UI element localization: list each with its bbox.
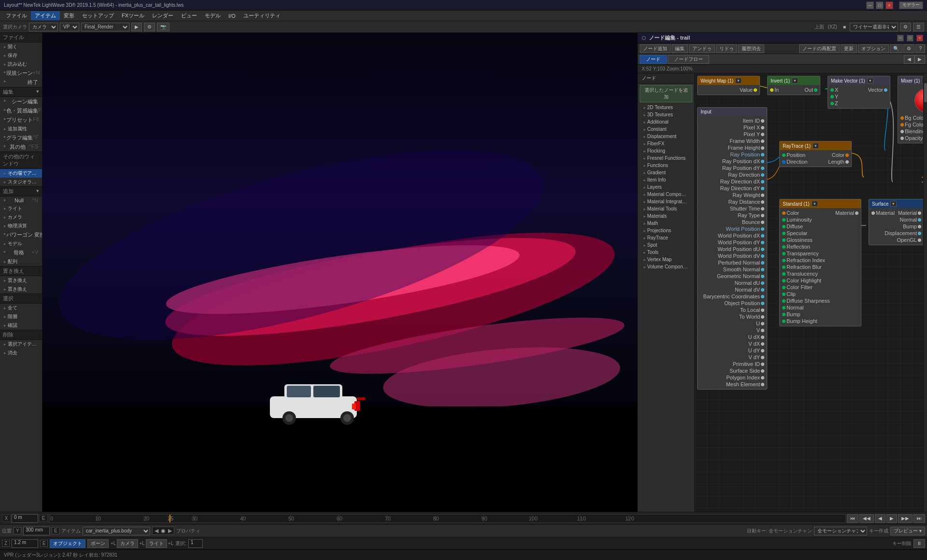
pause-btn[interactable]: ⏸ xyxy=(913,539,925,548)
replace1[interactable]: 置き換え xyxy=(0,276,42,285)
transport-forward[interactable]: ▶▶ xyxy=(898,514,913,523)
ne-options[interactable]: オプション xyxy=(858,44,889,53)
surf-normal-dot[interactable] xyxy=(918,218,921,222)
ne-item-functions[interactable]: Functions xyxy=(638,162,694,169)
ne-item-2dtex[interactable]: 2D Textures xyxy=(638,104,694,111)
studio-live[interactable]: スタジオライブ xyxy=(0,178,42,186)
std-glossiness-dot[interactable] xyxy=(782,238,786,242)
scene-edit[interactable]: シーン編集 xyxy=(0,97,42,106)
make-vector-dropdown[interactable]: ▾ xyxy=(867,78,873,84)
menu-setup[interactable]: セットアップ xyxy=(78,11,118,20)
std-bump-dot[interactable] xyxy=(782,313,786,316)
mixer-bgcolor-dot[interactable] xyxy=(900,116,904,120)
std-colorhl-dot[interactable] xyxy=(782,279,786,282)
render-btn[interactable]: ▶ xyxy=(131,23,142,31)
ne-help-icon[interactable]: ? xyxy=(915,44,925,53)
mv-x-dot[interactable] xyxy=(830,88,834,92)
transport-end[interactable]: ⏭ xyxy=(913,514,925,523)
mixer-node[interactable]: Mixer (1) ▾ Bg Color Color xyxy=(898,76,927,143)
ne-scroll-right[interactable]: ▶ xyxy=(914,55,925,64)
timeline-ruler[interactable]: 0 10 20 25 30 40 50 60 xyxy=(49,514,846,523)
vp-settings[interactable]: ⚙ xyxy=(900,23,911,31)
ne-item-projections[interactable]: Projections xyxy=(638,227,694,234)
mv-vector-dot[interactable] xyxy=(884,88,887,92)
std-reflection-dot[interactable] xyxy=(782,245,786,249)
close-btn[interactable]: × xyxy=(885,1,893,9)
menu-model[interactable]: モデル xyxy=(201,11,225,20)
ne-update[interactable]: 更新 xyxy=(841,44,857,53)
modeler-btn[interactable]: モデラー xyxy=(899,1,923,9)
sidebar-scene[interactable]: 現規シーン+N xyxy=(0,69,42,78)
ne-item-mattools[interactable]: Material Tools xyxy=(638,205,694,212)
ne-item-matint[interactable]: Material Integrators xyxy=(638,198,694,205)
weight-map-node[interactable]: Weight Map (1) ▾ Value xyxy=(697,76,760,95)
ne-redo[interactable]: リドゥ xyxy=(716,44,737,53)
raytrace-node[interactable]: RayTrace (1) ▾ Position Color xyxy=(779,141,852,167)
ne-item-spot[interactable]: Spot xyxy=(638,241,694,249)
ne-item-materials[interactable]: Materials xyxy=(638,212,694,220)
ne-minimize[interactable]: ─ xyxy=(897,35,904,42)
camera-select[interactable]: カメラ xyxy=(29,23,58,31)
vp-btn2[interactable]: ☰ xyxy=(913,23,924,31)
e-btn2[interactable]: E xyxy=(52,527,59,534)
add-camera[interactable]: カメラ xyxy=(0,213,42,222)
menu-item[interactable]: アイテム xyxy=(31,11,60,20)
keyframe-select[interactable]: 全モーションチャン xyxy=(814,527,867,535)
std-normal-dot[interactable] xyxy=(782,306,786,309)
std-diffuse-dot[interactable] xyxy=(782,225,786,228)
ne-restore[interactable]: □ xyxy=(907,35,913,42)
ne-undo[interactable]: アンドゥ xyxy=(689,44,715,53)
add-light[interactable]: ライト xyxy=(0,204,42,213)
ne-item-fresnel[interactable]: Fresnel Functions xyxy=(638,154,694,162)
std-riindex-dot[interactable] xyxy=(782,259,786,262)
ne-scroll-left[interactable]: ◀ xyxy=(904,55,914,64)
add-array[interactable]: 配列 xyxy=(0,257,42,266)
ne-item-volcomp[interactable]: Volume Components xyxy=(638,263,694,270)
raytrace-dropdown[interactable]: ▾ xyxy=(813,143,819,149)
sidebar-quit[interactable]: 終了 xyxy=(0,78,42,87)
y-pos-input[interactable]: 300 mm xyxy=(23,527,50,535)
ne-tab-node[interactable]: ノード xyxy=(640,55,667,64)
canvas-scrollbar-v[interactable] xyxy=(923,73,927,512)
menu-io[interactable]: I/O xyxy=(225,12,239,20)
graph-edit[interactable]: グラフ編集^F xyxy=(0,133,42,142)
std-bumpheight-dot[interactable] xyxy=(782,320,786,323)
camera-icon-btn[interactable]: 📷 xyxy=(157,23,169,31)
menu-render[interactable]: レンダー xyxy=(148,11,177,20)
ne-item-flocking[interactable]: Flocking xyxy=(638,147,694,154)
menu-file[interactable]: ファイル xyxy=(2,11,31,20)
select-confirm[interactable]: 確認 xyxy=(0,321,42,330)
additional[interactable]: 追加属性 xyxy=(0,125,42,133)
std-material-out-dot[interactable] xyxy=(855,211,858,215)
sidebar-import[interactable]: 読み込む xyxy=(0,60,42,69)
surf-bump-dot[interactable] xyxy=(918,225,921,228)
ne-clear-history[interactable]: 履歴消去 xyxy=(738,44,764,53)
ne-redistribute[interactable]: ノードの再配置 xyxy=(799,44,840,53)
invert-out-dot[interactable] xyxy=(814,88,817,92)
std-diffsharp-dot[interactable] xyxy=(782,299,786,303)
ne-item-fiberfx[interactable]: FiberFX xyxy=(638,140,694,147)
mixer-blending-dot[interactable] xyxy=(900,130,904,133)
surface-node[interactable]: Surface ▾ Material Material xyxy=(869,199,924,245)
delete-selected[interactable]: 選択アイテム消去 xyxy=(0,340,42,349)
sidebar-save[interactable]: 保存 xyxy=(0,51,42,60)
ne-close[interactable]: × xyxy=(916,35,923,42)
ne-item-raytrace[interactable]: RayTrace xyxy=(638,234,694,241)
transport-back[interactable]: ◀ xyxy=(875,514,885,523)
z-pos-input[interactable]: 1.2 m xyxy=(12,539,38,548)
add-bone[interactable]: 骨格+V xyxy=(0,248,42,257)
std-luminosity-dot[interactable] xyxy=(782,218,786,222)
other[interactable]: 其の他^FS xyxy=(0,142,42,152)
ne-item-tools[interactable]: Tools xyxy=(638,249,694,256)
select-count[interactable]: 1 xyxy=(188,539,203,548)
std-colorfilt-dot[interactable] xyxy=(782,286,786,289)
select-hier[interactable]: 階層 xyxy=(0,312,42,321)
make-vector-node[interactable]: Make Vector (1) ▾ X Vector xyxy=(828,76,890,109)
add-physics[interactable]: 物理演算 xyxy=(0,222,42,230)
ne-item-matcomp[interactable]: Material Components xyxy=(638,191,694,198)
e-btn1[interactable]: E xyxy=(39,515,48,522)
transport-play[interactable]: ▶ xyxy=(886,514,897,523)
render-select[interactable]: Final_Render xyxy=(81,23,129,31)
vpr-select[interactable]: VPR xyxy=(60,23,79,31)
transport-start[interactable]: ⏮ xyxy=(847,514,858,523)
